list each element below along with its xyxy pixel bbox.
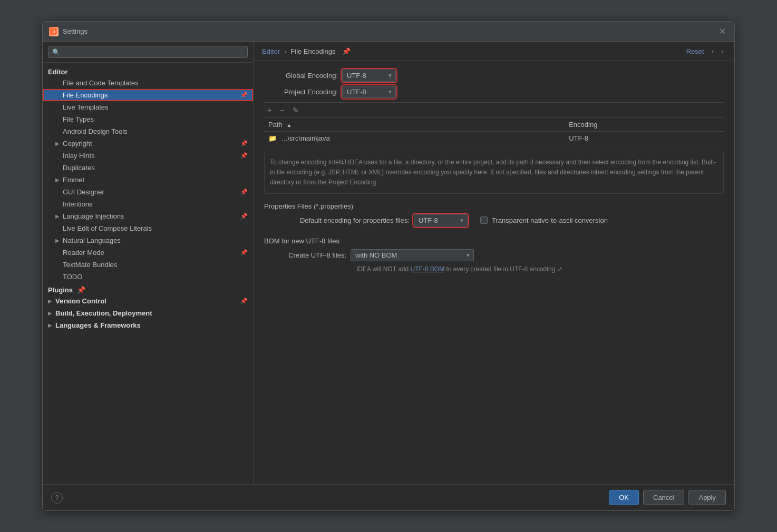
sidebar-item-build-execution[interactable]: ▶ Build, Execution, Deployment bbox=[43, 307, 253, 319]
sidebar-item-todo[interactable]: TODO bbox=[43, 271, 253, 283]
sidebar-item-live-edit-compose[interactable]: Live Edit of Compose Literals bbox=[43, 222, 253, 234]
bom-section-title: BOM for new UTF-8 files bbox=[264, 237, 724, 245]
cancel-button[interactable]: Cancel bbox=[643, 490, 684, 505]
global-encoding-select[interactable]: UTF-8 UTF-16 ISO-8859-1 bbox=[342, 70, 396, 82]
col-encoding[interactable]: Encoding bbox=[565, 118, 724, 132]
chevron-lf: ▶ bbox=[48, 322, 55, 328]
dialog-title: Settings bbox=[63, 27, 717, 35]
sidebar-item-file-and-code-templates[interactable]: File and Code Templates bbox=[43, 77, 253, 89]
sidebar-item-android-design-tools[interactable]: Android Design Tools bbox=[43, 125, 253, 137]
edit-path-button[interactable]: ✎ bbox=[289, 105, 302, 115]
help-button[interactable]: ? bbox=[51, 492, 63, 504]
utf8-bom-link[interactable]: UTF-8 BOM bbox=[410, 265, 444, 273]
search-icon: 🔍 bbox=[52, 48, 60, 56]
bom-note: IDEA will NOT add UTF-8 BOM to every cre… bbox=[356, 265, 724, 273]
sidebar-item-gui-designer[interactable]: GUI Designer 📌 bbox=[43, 186, 253, 198]
file-encodings-table: Path ▲ Encoding 📁 ...\src\m bbox=[264, 118, 724, 145]
properties-section-title: Properties Files (*.properties) bbox=[264, 202, 724, 210]
chevron-build: ▶ bbox=[48, 310, 55, 316]
create-utf8-label: Create UTF-8 files: bbox=[273, 251, 346, 259]
sidebar: 🔍 Editor File and Code Templates File En… bbox=[43, 42, 254, 484]
dialog-footer: ? OK Cancel Apply bbox=[43, 484, 734, 510]
close-button[interactable]: ✕ bbox=[717, 26, 728, 37]
content-header: Editor › File Encodings 📌 Reset ‹ › bbox=[254, 42, 734, 61]
content-area: Global Encoding: UTF-8 UTF-16 ISO-8859-1… bbox=[254, 61, 734, 484]
sort-arrow-path: ▲ bbox=[286, 122, 292, 128]
breadcrumb-separator: › bbox=[284, 47, 286, 55]
sidebar-tree: Editor File and Code Templates File Enco… bbox=[43, 63, 253, 484]
default-encoding-row: Default encoding for properties files: U… bbox=[273, 214, 724, 226]
dialog-body: 🔍 Editor File and Code Templates File En… bbox=[43, 42, 734, 484]
bom-note-arrow: ↗ bbox=[557, 265, 562, 273]
sidebar-item-reader-mode[interactable]: Reader Mode 📌 bbox=[43, 247, 253, 259]
chevron-vc: ▶ bbox=[48, 298, 55, 304]
path-cell: 📁 ...\src\main\java bbox=[264, 132, 565, 145]
pin-icon-lang: 📌 bbox=[240, 213, 248, 220]
chevron-emmet: ▶ bbox=[55, 177, 63, 183]
pin-icon: 📌 bbox=[240, 92, 248, 98]
project-encoding-row: Project Encoding: UTF-8 UTF-16 ISO-8859-… bbox=[264, 86, 724, 98]
sidebar-item-live-templates[interactable]: Live Templates bbox=[43, 101, 253, 113]
global-encoding-select-wrap: UTF-8 UTF-16 ISO-8859-1 ▼ bbox=[342, 70, 396, 82]
sidebar-item-languages-frameworks[interactable]: ▶ Languages & Frameworks bbox=[43, 319, 253, 331]
settings-dialog: J Settings ✕ 🔍 Editor File and Code Tem bbox=[42, 21, 735, 511]
pin-icon-inlay: 📌 bbox=[240, 152, 248, 159]
breadcrumb-pin-icon: 📌 bbox=[342, 47, 351, 55]
table-row[interactable]: 📁 ...\src\main\java UTF-8 bbox=[264, 132, 724, 145]
remove-path-button[interactable]: − bbox=[277, 105, 287, 115]
title-bar: J Settings ✕ bbox=[43, 22, 734, 42]
project-encoding-label: Project Encoding: bbox=[264, 88, 338, 96]
sidebar-item-language-injections[interactable]: ▶ Language Injections 📌 bbox=[43, 210, 253, 222]
pin-icon-vc: 📌 bbox=[240, 298, 248, 304]
chevron-copyright: ▶ bbox=[55, 141, 63, 146]
sidebar-item-copyright[interactable]: ▶ Copyright 📌 bbox=[43, 137, 253, 150]
forward-button[interactable]: › bbox=[719, 46, 726, 56]
search-wrap: 🔍 bbox=[48, 46, 248, 58]
default-encoding-select[interactable]: UTF-8 UTF-16 ISO-8859-1 bbox=[414, 214, 468, 226]
col-path[interactable]: Path ▲ bbox=[264, 118, 565, 132]
global-encoding-label: Global Encoding: bbox=[264, 72, 338, 80]
chevron-natural: ▶ bbox=[55, 238, 63, 243]
sidebar-item-inlay-hints[interactable]: Inlay Hints 📌 bbox=[43, 150, 253, 162]
encoding-cell: UTF-8 bbox=[565, 132, 724, 145]
project-encoding-select-wrap: UTF-8 UTF-16 ISO-8859-1 ▼ bbox=[342, 86, 396, 98]
add-path-button[interactable]: + bbox=[264, 105, 275, 115]
back-button[interactable]: ‹ bbox=[710, 46, 716, 56]
pin-icon-copyright: 📌 bbox=[240, 140, 248, 147]
default-encoding-select-wrap: UTF-8 UTF-16 ISO-8859-1 ▼ bbox=[414, 214, 468, 226]
sidebar-item-version-control[interactable]: ▶ Version Control 📌 bbox=[43, 295, 253, 307]
search-input[interactable] bbox=[63, 48, 244, 56]
breadcrumb-current: File Encodings bbox=[290, 47, 335, 55]
plugins-pin: 📌 bbox=[77, 286, 85, 294]
bom-select-wrap: with NO BOM with BOM with BOM if Windows… bbox=[351, 249, 474, 261]
info-text: To change encoding IntelliJ IDEA uses fo… bbox=[264, 152, 724, 194]
transparent-checkbox[interactable] bbox=[480, 216, 488, 224]
global-encoding-row: Global Encoding: UTF-8 UTF-16 ISO-8859-1… bbox=[264, 70, 724, 82]
table-toolbar: + − ✎ bbox=[264, 102, 724, 118]
app-icon: J bbox=[49, 27, 59, 36]
reset-button[interactable]: Reset bbox=[684, 46, 706, 56]
ok-button[interactable]: OK bbox=[609, 490, 639, 505]
folder-icon: 📁 bbox=[268, 134, 277, 142]
search-bar: 🔍 bbox=[43, 42, 253, 63]
main-content: Editor › File Encodings 📌 Reset ‹ › Glob… bbox=[254, 42, 734, 484]
sidebar-item-intentions[interactable]: Intentions bbox=[43, 198, 253, 210]
sidebar-item-emmet[interactable]: ▶ Emmet bbox=[43, 174, 253, 186]
project-encoding-select[interactable]: UTF-8 UTF-16 ISO-8859-1 bbox=[342, 86, 396, 98]
sidebar-item-natural-languages[interactable]: ▶ Natural Languages bbox=[43, 234, 253, 247]
apply-button[interactable]: Apply bbox=[688, 490, 726, 505]
sidebar-item-file-encodings[interactable]: File Encodings 📌 bbox=[43, 89, 253, 101]
plugins-section-header: Plugins 📌 bbox=[43, 283, 253, 295]
transparent-checkbox-row: Transparent native-to-ascii conversion bbox=[480, 216, 608, 224]
sidebar-item-file-types[interactable]: File Types bbox=[43, 113, 253, 125]
editor-section-header: Editor bbox=[43, 65, 253, 77]
bom-select[interactable]: with NO BOM with BOM with BOM if Windows… bbox=[351, 249, 474, 261]
transparent-label: Transparent native-to-ascii conversion bbox=[492, 216, 608, 224]
default-encoding-label: Default encoding for properties files: bbox=[273, 216, 410, 224]
sidebar-item-textmate[interactable]: TextMate Bundles bbox=[43, 259, 253, 271]
pin-icon-reader: 📌 bbox=[240, 249, 248, 256]
chevron-lang-inj: ▶ bbox=[55, 213, 63, 219]
breadcrumb-parent: Editor bbox=[262, 47, 280, 55]
create-utf8-row: Create UTF-8 files: with NO BOM with BOM… bbox=[273, 249, 724, 261]
sidebar-item-duplicates[interactable]: Duplicates bbox=[43, 162, 253, 174]
